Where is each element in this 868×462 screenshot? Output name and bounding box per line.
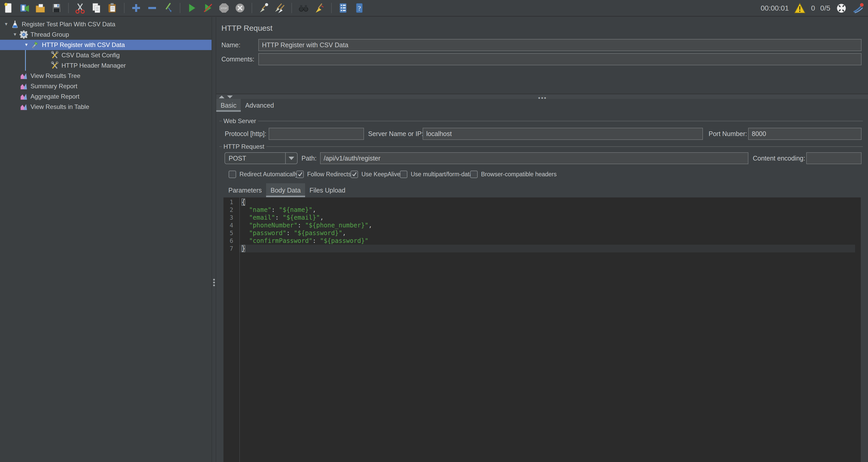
toolbar-separator — [68, 3, 69, 13]
protocol-label: Protocol [http]: — [225, 128, 266, 140]
expand-arrow-icon[interactable]: ▼ — [10, 32, 20, 37]
toolbar-separator — [291, 3, 292, 13]
vertical-splitter[interactable] — [212, 17, 216, 462]
expand-all-icon[interactable] — [130, 2, 142, 14]
help-icon[interactable]: ? — [353, 2, 365, 14]
checkbox-box[interactable] — [400, 171, 407, 178]
splitter-collapse-down-icon[interactable] — [227, 96, 233, 98]
method-dropdown[interactable]: POST — [224, 152, 298, 164]
splitter-collapse-up-icon[interactable] — [219, 96, 224, 98]
shutdown-icon[interactable] — [234, 2, 246, 14]
tab-files-upload[interactable]: Files Upload — [305, 183, 350, 197]
checkbox-box[interactable] — [470, 171, 478, 178]
path-input[interactable]: /api/v1/auth/register — [320, 152, 748, 164]
test-plan-tree: ▼Register Test Plan With CSV Data▼Thread… — [0, 17, 212, 462]
tree-item-view-results-in-table[interactable]: View Results in Table — [0, 102, 212, 112]
tree-item-http-header-manager[interactable]: HTTP Header Manager — [0, 60, 212, 71]
listener-icon — [20, 82, 28, 90]
tree-item-thread-group[interactable]: ▼Thread Group — [0, 29, 212, 40]
config-icon — [51, 61, 59, 70]
tab-body-data[interactable]: Body Data — [266, 183, 305, 197]
test-plan-icon — [11, 20, 19, 28]
line-number: 7 — [223, 245, 240, 253]
search-reset-icon[interactable] — [314, 2, 326, 14]
code-line[interactable]: 1{ — [223, 198, 861, 206]
tree-item-label: CSV Data Set Config — [61, 52, 120, 59]
tab-parameters[interactable]: Parameters — [224, 183, 266, 197]
tree-item-register-test-plan-with-csv-data[interactable]: ▼Register Test Plan With CSV Data — [0, 19, 212, 29]
splitter-grip-icon[interactable]: ••• — [538, 95, 547, 102]
checkbox-label: Use multipart/form-data — [411, 171, 473, 178]
checkbox-box[interactable] — [350, 171, 358, 178]
server-label: Server Name or IP: — [368, 128, 424, 140]
templates-icon[interactable] — [19, 2, 30, 14]
tab-advanced[interactable]: Advanced — [241, 99, 278, 112]
open-folder-icon[interactable] — [35, 2, 46, 14]
listener-icon — [20, 92, 28, 101]
http-request-legend: HTTP Request — [223, 143, 264, 150]
method-value: POST — [225, 155, 285, 162]
checkbox-follow-redirects[interactable]: Follow Redirects — [296, 170, 351, 178]
checkbox-use-keepalive[interactable]: Use KeepAlive — [350, 170, 400, 178]
tree-item-csv-data-set-config[interactable]: CSV Data Set Config — [0, 50, 212, 60]
copy-icon[interactable] — [90, 2, 102, 14]
checkbox-browser-compatible-headers[interactable]: Browser-compatible headers — [470, 170, 557, 178]
body-data-editor[interactable]: 1{2 "name": "${name}",3 "email": "${emai… — [223, 197, 861, 462]
comments-input[interactable] — [258, 53, 862, 65]
code-line[interactable]: 3 "email": "${email}", — [223, 214, 861, 222]
warning-icon[interactable] — [794, 2, 806, 14]
splitter-grip-icon[interactable] — [213, 278, 215, 287]
encoding-label: Content encoding: — [753, 152, 805, 164]
line-number: 5 — [223, 229, 240, 237]
line-content: } — [240, 245, 245, 253]
cut-icon[interactable] — [74, 2, 86, 14]
laf-toggle-icon[interactable] — [835, 2, 847, 14]
line-content: { — [240, 198, 245, 206]
server-input[interactable]: localhost — [423, 128, 703, 140]
web-server-group: Web Server — [219, 118, 863, 125]
encoding-input[interactable] — [806, 152, 862, 164]
code-line[interactable]: 4 "phoneNumber": "${phone_number}", — [223, 222, 861, 229]
comments-label: Comments: — [221, 53, 254, 65]
search-icon[interactable] — [298, 2, 309, 14]
jmeter-logo-icon — [852, 2, 864, 14]
tree-item-aggregate-report[interactable]: Aggregate Report — [0, 91, 212, 102]
expand-arrow-icon[interactable]: ▼ — [22, 42, 31, 47]
new-file-icon[interactable] — [3, 2, 14, 14]
checkbox-redirect-automatically[interactable]: Redirect Automatically — [228, 170, 299, 178]
code-line[interactable]: 5 "password": "${password}", — [223, 229, 861, 237]
tree-item-summary-report[interactable]: Summary Report — [0, 81, 212, 91]
protocol-input[interactable] — [269, 128, 364, 140]
path-label: Path: — [302, 152, 316, 164]
tab-basic[interactable]: Basic — [216, 99, 241, 112]
horizontal-splitter[interactable]: ••• — [216, 94, 868, 99]
http-request-editor-panel: HTTP Request Name: HTTP Register with CS… — [216, 17, 868, 462]
toggle-icon[interactable] — [162, 2, 174, 14]
tree-item-view-results-tree[interactable]: View Results Tree — [0, 71, 212, 81]
function-helper-icon[interactable] — [337, 2, 349, 14]
tree-item-http-register-with-csv-data[interactable]: ▼HTTP Register with CSV Data — [0, 40, 212, 50]
start-icon[interactable] — [186, 2, 198, 14]
port-input[interactable]: 8000 — [748, 128, 862, 140]
checkbox-use-multipart-form-data[interactable]: Use multipart/form-data — [400, 170, 473, 178]
clear-all-icon[interactable] — [274, 2, 286, 14]
clear-icon[interactable] — [258, 2, 270, 14]
body-tabbar: ParametersBody DataFiles Upload — [224, 183, 350, 197]
checkbox-box[interactable] — [228, 171, 236, 178]
http-request-group: HTTP Request — [219, 143, 863, 150]
collapse-all-icon[interactable] — [146, 2, 158, 14]
name-input[interactable]: HTTP Register with CSV Data — [258, 39, 862, 51]
code-line[interactable]: 6 "confirmPassword": "${password}" — [223, 237, 861, 245]
stop-icon[interactable]: STOP — [218, 2, 230, 14]
tree-item-label: Thread Group — [30, 31, 69, 38]
code-line[interactable]: 7} — [223, 245, 861, 253]
paste-icon[interactable] — [106, 2, 118, 14]
dropdown-arrow-icon[interactable] — [285, 153, 297, 164]
expand-arrow-icon[interactable]: ▼ — [2, 22, 11, 27]
start-no-pauses-icon[interactable] — [202, 2, 214, 14]
code-line[interactable]: 2 "name": "${name}", — [223, 206, 861, 214]
save-icon[interactable] — [51, 2, 63, 14]
checkbox-box[interactable] — [296, 171, 304, 178]
toolbar-separator — [331, 3, 332, 13]
thread-count: 0/5 — [820, 4, 830, 12]
